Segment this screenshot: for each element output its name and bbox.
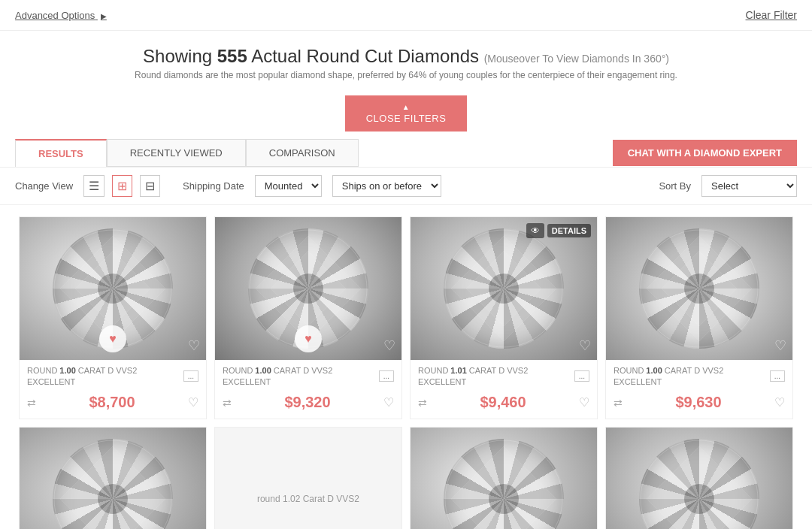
wishlist-icon[interactable]: ♡ <box>579 337 591 354</box>
svg-point-7 <box>98 274 128 304</box>
diamond-image[interactable]: ♡ <box>411 428 597 529</box>
eye-icon: 👁 <box>526 223 544 238</box>
top-bar: Advanced Options ▶ Clear Filter <box>0 0 812 31</box>
svg-point-45 <box>489 484 519 514</box>
compare-icon[interactable]: ⇄ <box>27 397 36 409</box>
svg-point-15 <box>293 274 323 304</box>
svg-point-52 <box>684 484 714 514</box>
diamond-specs: ROUND 1.00 CARAT D VVS2 EXCELLENT <box>27 366 183 386</box>
controls-row: Change View ☰ ⊞ ⊟ Shipping Date Mounted … <box>0 167 812 205</box>
sort-select[interactable]: Select Price Low-High Price High-Low Car… <box>701 175 797 197</box>
diamond-price: $9,460 <box>433 394 573 411</box>
diamond-image[interactable]: ♡ <box>606 217 792 360</box>
diamond-card: ♡ ROUND 1.00 CARAT D VVS2 EXCELLENT ... … <box>410 427 598 529</box>
diamond-image[interactable]: 👁 DETAILS ♡ <box>411 217 597 360</box>
more-options-button[interactable]: ... <box>379 370 394 382</box>
clear-filter-link[interactable]: Clear Filter <box>746 9 797 21</box>
tabs-row: RESULTS RECENTLY VIEWED COMPARISON CHAT … <box>0 139 812 167</box>
wishlist-icon[interactable]: ♡ <box>188 337 200 354</box>
details-label: DETAILS <box>547 224 591 237</box>
diamond-card: ♥ ♡ ROUND 1.01 CARAT D VVS2 EXCELLENT ..… <box>605 427 793 529</box>
shipping-mounted-select[interactable]: Mounted Loose <box>255 175 322 197</box>
diamond-price: $9,630 <box>629 394 768 411</box>
diamond-visual <box>444 439 564 529</box>
tab-recently-viewed[interactable]: RECENTLY VIEWED <box>107 139 246 167</box>
chat-expert-button[interactable]: CHAT WITH A DIAMOND EXPERT <box>613 140 797 166</box>
list-view-button[interactable]: ☰ <box>83 175 105 197</box>
more-options-button[interactable]: ... <box>574 370 589 382</box>
tab-results[interactable]: RESULTS <box>15 139 107 167</box>
details-badge: 👁 DETAILS <box>526 223 591 238</box>
favorite-icon[interactable]: ♡ <box>579 395 589 410</box>
loading-placeholder: round 1.02 Carat D VVS2 <box>215 428 401 529</box>
diamond-image[interactable]: ♥ ♡ <box>215 217 401 360</box>
diamond-specs: ROUND 1.01 CARAT D VVS2 EXCELLENT <box>418 366 574 386</box>
card-bottom: ⇄ $8,700 ♡ <box>20 390 206 419</box>
diamond-card: ♡ ROUND 1.00 CARAT D VVS2 EXCELLENT ... … <box>605 216 793 419</box>
showing-label: Showing <box>143 46 212 66</box>
more-options-button[interactable]: ... <box>770 370 785 382</box>
diamond-visual <box>639 439 759 529</box>
mouseover-hint: (Mouseover To View Diamonds In 360°) <box>484 53 669 65</box>
diamond-specs: ROUND 1.00 CARAT D VVS2 EXCELLENT <box>223 366 379 386</box>
compare-icon[interactable]: ⇄ <box>418 397 427 409</box>
card-info: ROUND 1.00 CARAT D VVS2 EXCELLENT ... <box>606 360 792 390</box>
heart-overlay[interactable]: ♥ <box>99 325 126 352</box>
diamond-count: 555 <box>217 46 247 66</box>
diamond-card: 👁 DETAILS ♡ ROUND 1.01 CARAT D VVS2 EXCE… <box>410 216 598 419</box>
diamond-price: $8,700 <box>42 394 182 411</box>
sort-by-label: Sort By <box>659 180 691 192</box>
card-bottom: ⇄ $9,630 ♡ <box>606 390 792 419</box>
tile-view-button[interactable]: ⊟ <box>140 175 160 197</box>
svg-point-31 <box>684 274 714 304</box>
tab-comparison[interactable]: COMPARISON <box>246 139 359 167</box>
advanced-options-arrow-icon: ▶ <box>101 12 107 20</box>
title-section: Showing 555 Actual Round Cut Diamonds (M… <box>0 31 812 88</box>
diamond-image[interactable]: ♡ <box>20 428 206 529</box>
grid-view-button[interactable]: ⊞ <box>112 175 132 197</box>
advanced-options-link[interactable]: Advanced Options ▶ <box>15 10 107 21</box>
card-bottom: ⇄ $9,460 ♡ <box>411 390 597 419</box>
shipping-date-label: Shipping Date <box>183 180 244 192</box>
diamond-image[interactable]: ♥ ♡ <box>606 428 792 529</box>
close-filters-wrap: ▲ CLOSE FILTERS <box>0 88 812 139</box>
card-info: ROUND 1.00 CARAT D VVS2 EXCELLENT ... <box>20 360 206 390</box>
close-filters-button[interactable]: ▲ CLOSE FILTERS <box>345 95 468 131</box>
loading-text: round 1.02 Carat D VVS2 <box>257 494 359 504</box>
advanced-options-label: Advanced Options <box>15 10 95 21</box>
diamond-image[interactable]: ♥ ♡ <box>20 217 206 360</box>
wishlist-icon[interactable]: ♡ <box>383 337 395 354</box>
diamond-descriptor: Actual Round Cut Diamonds <box>251 46 479 66</box>
more-options-button[interactable]: ... <box>183 370 198 382</box>
compare-icon[interactable]: ⇄ <box>614 397 623 409</box>
diamond-card: ♥ ♡ ROUND 1.00 CARAT D VVS2 EXCELLENT ..… <box>19 216 207 419</box>
wishlist-icon[interactable]: ♡ <box>774 337 786 354</box>
close-filters-arrow-icon: ▲ <box>402 103 410 111</box>
diamond-price: $9,320 <box>238 394 377 411</box>
svg-point-23 <box>489 274 519 304</box>
favorite-icon[interactable]: ♡ <box>774 395 785 410</box>
diamond-card: ♡ ROUND 1.00 CARAT D VVS2 EXCELLENT ... … <box>19 427 207 529</box>
svg-point-38 <box>98 484 128 514</box>
card-info: ROUND 1.00 CARAT D VVS2 EXCELLENT ... <box>215 360 401 390</box>
favorite-icon[interactable]: ♡ <box>383 395 394 410</box>
main-title: Showing 555 Actual Round Cut Diamonds (M… <box>30 46 782 67</box>
diamond-grid: ♥ ♡ ROUND 1.00 CARAT D VVS2 EXCELLENT ..… <box>0 213 812 529</box>
diamond-card: ♥ ♡ ROUND 1.00 CARAT D VVS2 EXCELLENT ..… <box>214 216 402 419</box>
favorite-icon[interactable]: ♡ <box>188 395 198 410</box>
diamond-visual <box>53 439 173 529</box>
card-bottom: ⇄ $9,320 ♡ <box>215 390 401 419</box>
diamond-subtitle: Round diamonds are the most popular diam… <box>30 70 782 80</box>
heart-overlay[interactable]: ♥ <box>295 325 322 352</box>
diamond-card: round 1.02 Carat D VVS2 ROUND 1.02 CARAT… <box>214 427 402 529</box>
change-view-label: Change View <box>15 180 73 192</box>
card-info: ROUND 1.01 CARAT D VVS2 EXCELLENT ... <box>411 360 597 390</box>
diamond-visual <box>444 228 564 349</box>
compare-icon[interactable]: ⇄ <box>223 397 232 409</box>
close-filters-label: CLOSE FILTERS <box>366 113 447 124</box>
diamond-visual <box>639 228 759 349</box>
diamond-specs: ROUND 1.00 CARAT D VVS2 EXCELLENT <box>614 366 770 386</box>
ships-before-select[interactable]: Ships on or before 1 week 2 weeks <box>332 175 441 197</box>
